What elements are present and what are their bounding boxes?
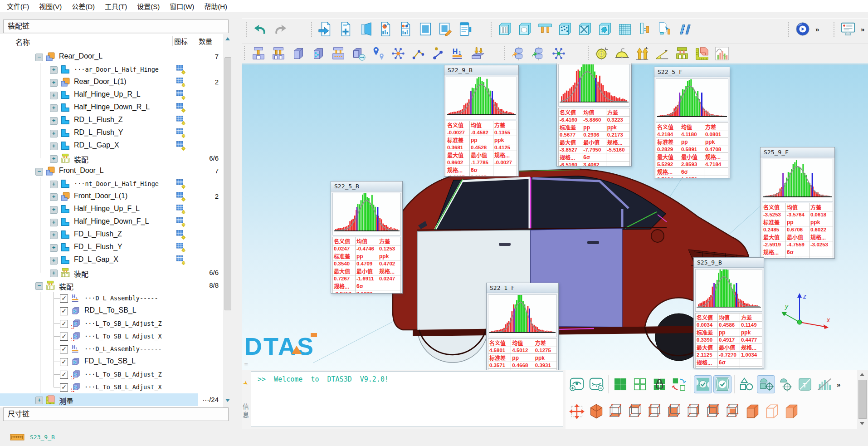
block-pin-doc-button[interactable]: [656, 20, 673, 38]
expand-icon[interactable]: +: [50, 193, 58, 201]
cube-big-button[interactable]: [744, 403, 761, 420]
tol-angle-button[interactable]: [653, 45, 671, 62]
grid-gear-icon[interactable]: [176, 255, 186, 265]
checkbox[interactable]: ✓: [60, 383, 68, 392]
cube-measure-button[interactable]: [350, 45, 367, 62]
tree-row[interactable]: −Front_Door_L7: [0, 165, 223, 177]
dimension-chain-title[interactable]: 尺寸链: [3, 407, 229, 421]
tree-row[interactable]: +FD_L_Gap_X: [0, 254, 223, 266]
toolbox-scrollbar[interactable]: [857, 370, 868, 429]
check-puzzle-button[interactable]: [694, 376, 712, 393]
tol-arrows-button[interactable]: [634, 45, 651, 62]
h1-datum-button[interactable]: H1: [449, 45, 467, 62]
tree-row[interactable]: +Half_Hinge_Down_F_L: [0, 216, 223, 228]
press-green-button[interactable]: [673, 45, 691, 62]
expand-icon[interactable]: +: [50, 92, 58, 99]
cube-solid-button[interactable]: [783, 403, 800, 420]
grid-gear-icon[interactable]: [176, 90, 186, 100]
measurement-popup-S22_9_B[interactable]: S22_9_B 名义值均值方差-0.0027-0.45820.1355标准差pp…: [444, 65, 519, 176]
half-target-button[interactable]: [777, 376, 794, 393]
info-side-tab[interactable]: 信息: [240, 396, 250, 427]
block-planes-button[interactable]: [676, 20, 693, 38]
press-points-button[interactable]: [330, 45, 347, 62]
expand-icon[interactable]: +: [50, 181, 58, 188]
eye-plus-button[interactable]: [568, 376, 585, 393]
toolbox-more-chevron[interactable]: »: [835, 381, 842, 388]
expand-icon[interactable]: +: [50, 270, 58, 277]
quad-rotate-button[interactable]: [670, 376, 688, 393]
block-pins-button[interactable]: [536, 20, 554, 38]
tree-row[interactable]: +Rear_Door_L(1)2: [0, 76, 223, 88]
tree-row[interactable]: +FD_L_Flush_Z: [0, 228, 223, 241]
popup-title[interactable]: S22_5_B: [331, 181, 402, 191]
grid-gear-icon[interactable]: [176, 128, 186, 138]
menu-item-7[interactable]: 帮助(H): [199, 0, 232, 12]
cube-f-back-button[interactable]: [705, 403, 722, 420]
checkbox[interactable]: ✓: [60, 307, 68, 315]
menu-item-6[interactable]: 窗口(W): [165, 0, 199, 12]
ruler-cube-button[interactable]: [693, 45, 711, 62]
cyl-rotate-orange-button[interactable]: [510, 45, 527, 62]
expand-icon[interactable]: +: [50, 244, 58, 252]
tree-row[interactable]: ✓···L_To_SB_L_Adjust_X: [0, 381, 223, 393]
redo-button[interactable]: [272, 20, 289, 38]
checkbox[interactable]: ✓: [60, 294, 68, 303]
toolbox-scroll-down-icon[interactable]: [858, 420, 866, 427]
tree-row[interactable]: +测量···/24: [0, 393, 223, 406]
tree-row[interactable]: ✓H1···D_L_Assembly-----: [0, 292, 223, 304]
expand-icon[interactable]: +: [50, 79, 58, 87]
expand-icon[interactable]: +: [50, 206, 58, 214]
collapse-icon[interactable]: −: [35, 54, 43, 61]
menu-item-4[interactable]: 工具(T): [100, 0, 132, 12]
popup-title[interactable]: S22_1_F: [487, 283, 558, 293]
block-hole-button[interactable]: [517, 20, 534, 38]
measurement-popup-S25_9_B[interactable]: S25_9_B 名义值均值方差0.00340.45860.1149标准差pppp…: [693, 257, 764, 368]
toolbox-scroll-up-icon[interactable]: [858, 371, 866, 378]
frame-button[interactable]: [417, 20, 434, 38]
hub-network-button[interactable]: [390, 45, 407, 62]
tree-row[interactable]: +RD_L_Flush_Y: [0, 127, 223, 139]
grid-gear-icon[interactable]: [176, 179, 186, 189]
pan-button[interactable]: [568, 403, 585, 420]
page-new-button[interactable]: [337, 20, 354, 38]
dimension-chain-tab[interactable]: S23_9_B: [10, 432, 55, 442]
block-points-button[interactable]: [556, 20, 574, 38]
page-compare-button[interactable]: [397, 20, 414, 38]
grid-gear-icon[interactable]: [176, 64, 186, 74]
press-single-button[interactable]: [250, 45, 267, 62]
tree-row[interactable]: ✓···L_To_SB_L_Adjust_Z: [0, 317, 223, 330]
press-double-button[interactable]: [270, 45, 287, 62]
tree-row[interactable]: +FD_L_Flush_Y: [0, 241, 223, 254]
measurement-popup-S22_5_B[interactable]: S22_5_B 名义值均值方差0.0247-0.47460.1253标准差ppp…: [331, 181, 403, 294]
cube-f-bottom-button[interactable]: [607, 403, 624, 420]
quad-outline-button[interactable]: [631, 376, 649, 393]
tree-row[interactable]: +Half_Hinge_Down_R_L: [0, 101, 223, 114]
measurement-popup-S22_5_F[interactable]: S22_5_F 名义值均值方差4.21844.11800.0801标准差pppp…: [654, 67, 730, 178]
tree-row[interactable]: +···nt_Door_L_Half_Hinge: [0, 177, 223, 190]
checkbox[interactable]: ✓: [60, 345, 68, 353]
block-polygon-button[interactable]: [596, 20, 614, 38]
monitor-button[interactable]: [839, 20, 857, 38]
yellow-cursor-icon[interactable]: ➤: [241, 378, 251, 388]
tree-row[interactable]: +Half_Hinge_Up_F_L: [0, 203, 223, 216]
more-tools-chevron[interactable]: »: [859, 25, 866, 33]
tree-row[interactable]: −Rear_Door_L7: [0, 50, 223, 63]
expand-icon[interactable]: +: [50, 117, 58, 125]
popup-title[interactable]: S25_9_F: [761, 147, 834, 157]
page-open-button[interactable]: [357, 20, 374, 38]
quad-filled-button[interactable]: [612, 376, 629, 393]
more-tools-chevron[interactable]: »: [814, 25, 820, 33]
tree-row[interactable]: ✓FD_L_To_SB_L: [0, 355, 223, 368]
page-list-button[interactable]: [457, 20, 474, 38]
cube-f-left-button[interactable]: [646, 403, 663, 420]
page-pie-button[interactable]: [377, 20, 394, 38]
hub-green-button[interactable]: [550, 45, 567, 62]
tree-row[interactable]: +RD_L_Flush_Z: [0, 114, 223, 127]
tree-scroll-up-icon[interactable]: [224, 35, 231, 42]
menu-item-1[interactable]: 文件(F): [2, 0, 34, 12]
grid-gear-icon[interactable]: [176, 230, 186, 240]
expand-icon[interactable]: +: [35, 397, 43, 404]
expand-icon[interactable]: +: [50, 142, 58, 150]
grid-gear-icon[interactable]: [176, 217, 186, 227]
tree-row[interactable]: +Half_Hinge_Up_R_L: [0, 88, 223, 101]
